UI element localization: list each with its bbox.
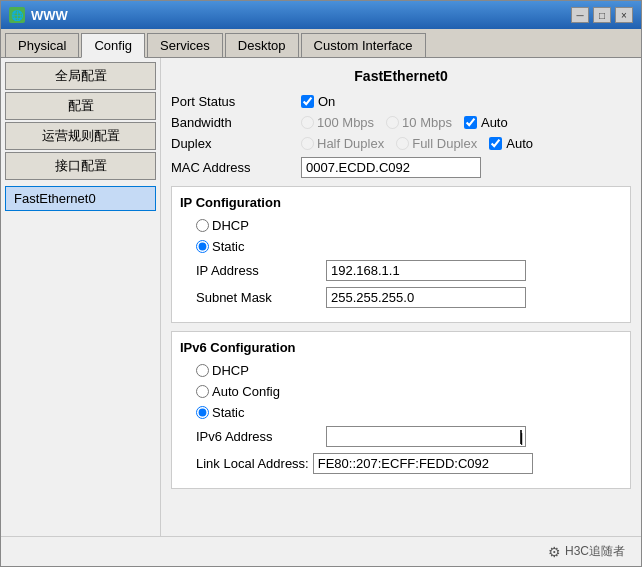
link-local-label: Link Local Address: — [196, 456, 309, 471]
ipv6-config-options: DHCP Auto Config Static — [180, 363, 622, 474]
fastethernet0-item[interactable]: FastEthernet0 — [5, 186, 156, 211]
bandwidth-100mbps-option[interactable]: 100 Mbps — [301, 115, 374, 130]
config-button[interactable]: 配置 — [5, 92, 156, 120]
bandwidth-10mbps-radio[interactable] — [386, 116, 399, 129]
brand-text: H3C追随者 — [565, 543, 625, 560]
bottom-bar: ⚙ H3C追随者 — [1, 536, 641, 566]
bandwidth-label: Bandwidth — [171, 115, 301, 130]
port-config-button[interactable]: 接口配置 — [5, 152, 156, 180]
bandwidth-100mbps-label: 100 Mbps — [317, 115, 374, 130]
sidebar: 全局配置 配置 运营规则配置 接口配置 FastEthernet0 — [1, 58, 161, 536]
ip-config-options: DHCP Static IP Address — [180, 218, 622, 308]
brand: ⚙ H3C追随者 — [548, 543, 625, 560]
ipv6-static-radio[interactable] — [196, 406, 209, 419]
duplex-row: Duplex Half Duplex Full Duplex — [171, 136, 631, 151]
subnet-mask-input[interactable] — [326, 287, 526, 308]
minimize-button[interactable]: ─ — [571, 7, 589, 23]
global-config-button[interactable]: 全局配置 — [5, 62, 156, 90]
tab-custom-interface[interactable]: Custom Interface — [301, 33, 426, 57]
maximize-button[interactable]: □ — [593, 7, 611, 23]
duplex-half-option[interactable]: Half Duplex — [301, 136, 384, 151]
ipv6-dhcp-option[interactable]: DHCP — [196, 363, 249, 378]
port-status-row: Port Status On — [171, 94, 631, 109]
ipv6-address-row: IPv6 Address | — [196, 426, 622, 447]
tab-bar: Physical Config Services Desktop Custom … — [1, 29, 641, 58]
duplex-full-option[interactable]: Full Duplex — [396, 136, 477, 151]
port-status-label: Port Status — [171, 94, 301, 109]
duplex-half-label: Half Duplex — [317, 136, 384, 151]
subnet-mask-label: Subnet Mask — [196, 290, 326, 305]
ipv6-config-section: IPv6 Configuration DHCP Auto C — [171, 331, 631, 489]
ip-dhcp-option[interactable]: DHCP — [196, 218, 249, 233]
ipv6-address-value: | — [326, 426, 622, 447]
duplex-full-radio[interactable] — [396, 137, 409, 150]
ip-config-title: IP Configuration — [180, 195, 622, 210]
tab-config[interactable]: Config — [81, 33, 145, 58]
tab-desktop[interactable]: Desktop — [225, 33, 299, 57]
bandwidth-10mbps-option[interactable]: 10 Mbps — [386, 115, 452, 130]
port-status-value: On — [301, 94, 631, 109]
mac-address-value — [301, 157, 631, 178]
port-status-on-text: On — [318, 94, 335, 109]
ipv6-autoconfig-option[interactable]: Auto Config — [196, 384, 280, 399]
ipv6-static-option[interactable]: Static — [196, 405, 245, 420]
ip-static-option[interactable]: Static — [196, 239, 245, 254]
bandwidth-100mbps-radio[interactable] — [301, 116, 314, 129]
close-button[interactable]: × — [615, 7, 633, 23]
duplex-half-radio[interactable] — [301, 137, 314, 150]
mac-address-input[interactable] — [301, 157, 481, 178]
ipv6-config-title: IPv6 Configuration — [180, 340, 622, 355]
link-local-input[interactable] — [313, 453, 533, 474]
main-window: 🌐 WWW ─ □ × Physical Config Services Des… — [0, 0, 642, 567]
ipv6-dhcp-radio[interactable] — [196, 364, 209, 377]
ip-dhcp-row: DHCP — [196, 218, 622, 233]
brand-icon: ⚙ — [548, 544, 561, 560]
bandwidth-10mbps-label: 10 Mbps — [402, 115, 452, 130]
title-bar: 🌐 WWW ─ □ × — [1, 1, 641, 29]
bandwidth-radio-group: 100 Mbps 10 Mbps Auto — [301, 115, 508, 130]
ipv6-input-container: | — [326, 426, 526, 447]
ip-address-row: IP Address — [196, 260, 622, 281]
duplex-auto-option[interactable]: Auto — [489, 136, 533, 151]
duplex-auto-label: Auto — [506, 136, 533, 151]
ipv6-autoconfig-radio[interactable] — [196, 385, 209, 398]
port-status-checkbox[interactable] — [301, 95, 314, 108]
tab-physical[interactable]: Physical — [5, 33, 79, 57]
bandwidth-value: 100 Mbps 10 Mbps Auto — [301, 115, 631, 130]
ipv6-static-label: Static — [212, 405, 245, 420]
link-local-value — [313, 453, 622, 474]
ipv6-cursor: | — [520, 430, 522, 444]
ipv6-address-input[interactable] — [326, 426, 526, 447]
duplex-full-label: Full Duplex — [412, 136, 477, 151]
bandwidth-auto-option[interactable]: Auto — [464, 115, 508, 130]
ipv6-dhcp-label: DHCP — [212, 363, 249, 378]
ip-address-value — [326, 260, 622, 281]
ipv6-address-label: IPv6 Address — [196, 429, 326, 444]
routing-rules-button[interactable]: 运营规则配置 — [5, 122, 156, 150]
ip-dhcp-label: DHCP — [212, 218, 249, 233]
bandwidth-auto-label: Auto — [481, 115, 508, 130]
ip-dhcp-radio[interactable] — [196, 219, 209, 232]
app-icon: 🌐 — [9, 7, 25, 23]
duplex-value: Half Duplex Full Duplex Auto — [301, 136, 631, 151]
duplex-auto-checkbox[interactable] — [489, 137, 502, 150]
title-bar-left: 🌐 WWW — [9, 7, 68, 23]
duplex-radio-group: Half Duplex Full Duplex Auto — [301, 136, 533, 151]
mac-address-label: MAC Address — [171, 160, 301, 175]
link-local-row: Link Local Address: — [196, 453, 622, 474]
ip-config-section: IP Configuration DHCP Static — [171, 186, 631, 323]
subnet-mask-row: Subnet Mask — [196, 287, 622, 308]
window-title: WWW — [31, 8, 68, 23]
ipv6-autoconfig-label: Auto Config — [212, 384, 280, 399]
port-status-checkbox-label[interactable]: On — [301, 94, 335, 109]
ip-static-radio[interactable] — [196, 240, 209, 253]
ip-static-row: Static — [196, 239, 622, 254]
ip-address-input[interactable] — [326, 260, 526, 281]
content-area: 全局配置 配置 运营规则配置 接口配置 FastEthernet0 FastEt… — [1, 58, 641, 536]
bandwidth-auto-checkbox[interactable] — [464, 116, 477, 129]
panel-title: FastEthernet0 — [171, 68, 631, 84]
ipv6-static-row: Static — [196, 405, 622, 420]
tab-services[interactable]: Services — [147, 33, 223, 57]
ipv6-dhcp-row: DHCP — [196, 363, 622, 378]
duplex-label: Duplex — [171, 136, 301, 151]
